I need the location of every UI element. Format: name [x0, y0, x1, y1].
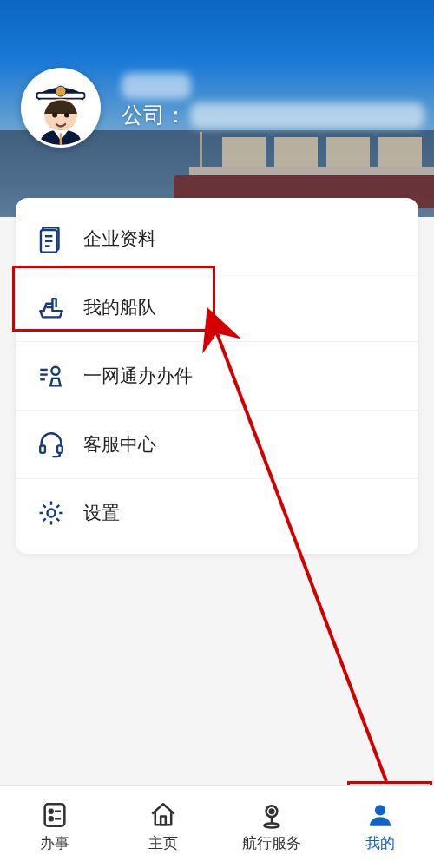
menu-item-label: 我的船队: [83, 295, 156, 319]
menu-item-support-center[interactable]: 客服中心: [16, 411, 418, 479]
home-icon: [148, 800, 178, 830]
menu-item-label: 设置: [83, 501, 120, 525]
bottom-nav: 办事 主页 航行服务: [0, 785, 434, 868]
form-icon: [40, 800, 69, 830]
nav-label: 我的: [365, 833, 395, 853]
svg-point-15: [51, 367, 59, 375]
menu-item-label: 客服中心: [83, 432, 156, 457]
nav-sailing[interactable]: 航行服务: [217, 786, 326, 868]
stamp-icon: [36, 361, 66, 391]
svg-point-23: [49, 817, 52, 820]
svg-rect-17: [57, 445, 62, 453]
menu-item-company-profile[interactable]: 企业资料: [16, 201, 418, 273]
ship-icon: [36, 293, 66, 322]
svg-point-5: [64, 113, 69, 118]
svg-point-21: [49, 810, 52, 813]
company-line: 公司：: [122, 101, 424, 129]
svg-point-4: [52, 113, 57, 118]
nav-home[interactable]: 主页: [108, 786, 217, 868]
document-icon: [36, 224, 66, 253]
nav-label: 主页: [148, 833, 178, 853]
headset-icon: [36, 430, 66, 459]
svg-rect-16: [40, 445, 45, 453]
svg-point-18: [47, 509, 55, 516]
gear-icon: [36, 498, 66, 528]
menu-item-one-stop-cases[interactable]: 一网通办办件: [16, 342, 418, 411]
nav-mine[interactable]: 我的: [326, 786, 434, 868]
nav-affairs[interactable]: 办事: [0, 786, 108, 868]
screen: 公司： 企业资料 我的船队: [0, 0, 434, 868]
menu-item-settings[interactable]: 设置: [16, 479, 418, 550]
user-name-redacted: [122, 73, 191, 99]
nav-label: 航行服务: [242, 833, 301, 853]
menu-item-my-fleet[interactable]: 我的船队: [16, 273, 418, 342]
person-icon: [365, 800, 395, 830]
avatar[interactable]: [21, 68, 101, 148]
menu-item-label: 企业资料: [83, 227, 156, 251]
svg-point-27: [269, 809, 273, 813]
nav-label: 办事: [40, 833, 69, 853]
menu-item-label: 一网通办办件: [83, 364, 193, 388]
svg-point-28: [264, 823, 279, 827]
svg-rect-25: [161, 816, 166, 825]
profile-hero: 公司：: [0, 0, 434, 217]
menu-card: 企业资料 我的船队 一网通办办件: [16, 198, 418, 554]
svg-point-2: [56, 86, 66, 96]
pin-icon: [257, 800, 286, 830]
company-name-redacted: [190, 102, 424, 128]
company-prefix: 公司：: [122, 101, 187, 129]
svg-point-29: [374, 805, 385, 815]
svg-rect-20: [44, 804, 64, 826]
